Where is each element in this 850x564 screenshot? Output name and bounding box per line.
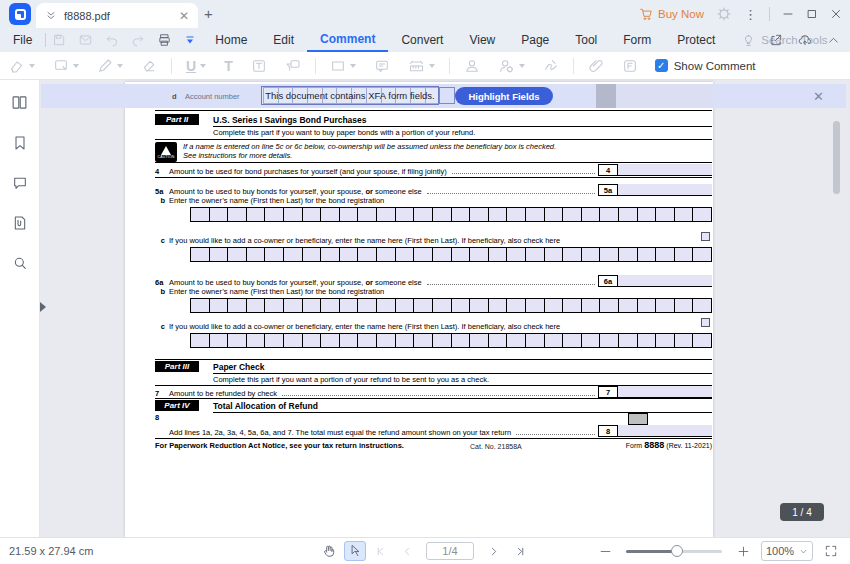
menu-page[interactable]: Page	[508, 28, 562, 52]
comment-toolbar: U T ✓ Show Comment	[0, 52, 850, 80]
chevron-down-icon[interactable]	[73, 64, 79, 68]
amount-field-8[interactable]	[618, 425, 712, 437]
form-line-5c: c If you would like to add a co-owner or…	[155, 236, 712, 245]
signature-tool[interactable]	[543, 58, 559, 74]
typewriter-tool[interactable]: T	[224, 58, 233, 74]
chevron-down-icon[interactable]	[29, 64, 35, 68]
highlight-tool[interactable]	[9, 58, 35, 74]
close-button[interactable]	[830, 8, 842, 20]
undo-icon[interactable]	[105, 33, 119, 47]
zoom-out-icon[interactable]	[594, 541, 616, 561]
zoom-slider[interactable]	[626, 541, 722, 561]
menu-form[interactable]: Form	[610, 28, 664, 52]
search-panel-icon[interactable]	[12, 255, 28, 271]
chevron-down-icon[interactable]	[200, 64, 206, 68]
amount-field-5a[interactable]	[618, 184, 712, 196]
amount-field-7[interactable]	[618, 386, 712, 398]
toolbar-more-icon[interactable]	[184, 34, 196, 46]
select-tool-icon[interactable]	[344, 541, 366, 561]
rewards-badge-icon[interactable]	[716, 6, 732, 22]
form-line-6c: c If you would like to add a co-owner or…	[155, 322, 712, 331]
last-page-icon[interactable]	[508, 541, 530, 561]
underline-tool[interactable]: U	[186, 58, 206, 74]
pdf-page: Part II U.S. Series I Savings Bond Purch…	[125, 82, 713, 537]
new-tab-button[interactable]: +	[204, 5, 213, 22]
checkbox-checked-icon[interactable]: ✓	[655, 59, 668, 72]
pencil-tool[interactable]	[97, 58, 123, 74]
hand-tool-icon[interactable]	[318, 541, 340, 561]
title-bar: f8888.pdf ✕ + Buy Now ⋮	[0, 0, 850, 28]
menu-home[interactable]: Home	[202, 28, 260, 52]
menu-tool[interactable]: Tool	[562, 28, 610, 52]
chevron-down-icon[interactable]	[429, 64, 435, 68]
thumbnails-panel-icon[interactable]	[11, 94, 28, 111]
chevron-double-down-icon[interactable]	[45, 10, 57, 22]
zoom-in-icon[interactable]	[732, 541, 754, 561]
highlight-fields-button[interactable]: Highlight Fields	[455, 87, 553, 105]
eraser-tool[interactable]	[141, 58, 157, 74]
next-page-icon[interactable]	[482, 541, 504, 561]
amount-field-6a[interactable]	[618, 275, 712, 287]
maximize-button[interactable]	[806, 8, 818, 20]
zoom-slider-knob[interactable]	[671, 545, 683, 557]
show-comment-toggle[interactable]: ✓ Show Comment	[655, 59, 756, 72]
document-canvas: Part II U.S. Series I Savings Bond Purch…	[0, 80, 850, 537]
bookmarks-panel-icon[interactable]	[12, 135, 28, 151]
callout-tool[interactable]	[285, 58, 301, 74]
part3-subtitle: Complete this part if you want a portion…	[213, 375, 489, 384]
notification-close-icon[interactable]: ✕	[813, 89, 824, 104]
custom-stamp-tool[interactable]	[498, 58, 525, 74]
name-comb-field-5b[interactable]	[190, 207, 712, 222]
measure-tool[interactable]	[408, 58, 435, 74]
share-icon[interactable]	[769, 33, 783, 47]
stamp-tool[interactable]	[464, 58, 480, 74]
redo-icon[interactable]	[131, 33, 145, 47]
shape-tool[interactable]	[330, 58, 356, 74]
name-comb-field-6c[interactable]	[190, 333, 712, 348]
status-bar: 21.59 x 27.94 cm 1/4 100%	[0, 537, 850, 564]
sticky-note-tool[interactable]	[53, 58, 79, 74]
chevron-down-icon[interactable]	[519, 64, 525, 68]
buy-now-button[interactable]: Buy Now	[639, 7, 704, 21]
attachments-panel-icon[interactable]	[12, 215, 28, 231]
first-page-icon[interactable]	[370, 541, 392, 561]
comments-panel-icon[interactable]	[12, 175, 28, 191]
more-menu-icon[interactable]: ⋮	[744, 7, 757, 22]
vertical-scrollbar[interactable]	[833, 121, 840, 194]
text-box-tool[interactable]	[251, 58, 267, 74]
amount-field-4[interactable]	[618, 164, 712, 176]
name-comb-field-6b[interactable]	[190, 298, 712, 313]
chevron-down-icon[interactable]	[117, 64, 123, 68]
sidebar-expand-handle[interactable]	[40, 302, 46, 312]
attachment-tool[interactable]	[588, 58, 604, 74]
print-icon[interactable]	[157, 33, 172, 47]
account-row-letter: d	[172, 92, 177, 101]
chevron-down-icon[interactable]	[350, 64, 356, 68]
document-tab[interactable]: f8888.pdf ✕	[36, 3, 198, 28]
menu-convert[interactable]: Convert	[388, 28, 456, 52]
page-number-input[interactable]: 1/4	[426, 542, 474, 560]
left-sidebar	[0, 80, 40, 537]
field-recognition-tool[interactable]	[622, 58, 638, 74]
xfa-notification-bar: d Account number This document contains …	[41, 84, 846, 108]
menu-view[interactable]: View	[456, 28, 508, 52]
zoom-level-select[interactable]: 100%	[761, 541, 813, 561]
name-comb-field-5c[interactable]	[190, 247, 712, 262]
save-icon[interactable]	[52, 33, 66, 47]
minimize-button[interactable]	[782, 8, 794, 20]
beneficiary-checkbox-5c[interactable]	[701, 232, 710, 241]
menu-protect[interactable]: Protect	[664, 28, 728, 52]
menu-edit[interactable]: Edit	[260, 28, 307, 52]
form-line-7: 7 Amount to be refunded by check 7	[155, 386, 712, 398]
cloud-upload-icon[interactable]	[797, 33, 813, 47]
collapse-toolbar-icon[interactable]	[827, 34, 840, 47]
beneficiary-checkbox-6c[interactable]	[701, 318, 710, 327]
previous-page-icon[interactable]	[396, 541, 418, 561]
menu-comment[interactable]: Comment	[307, 28, 388, 52]
comment-list-tool[interactable]	[374, 58, 390, 74]
tab-close-icon[interactable]: ✕	[179, 10, 189, 22]
menu-file[interactable]: File	[0, 28, 45, 52]
fit-screen-icon[interactable]	[820, 541, 842, 561]
chevron-down-icon	[799, 547, 808, 556]
email-icon[interactable]	[78, 33, 93, 47]
